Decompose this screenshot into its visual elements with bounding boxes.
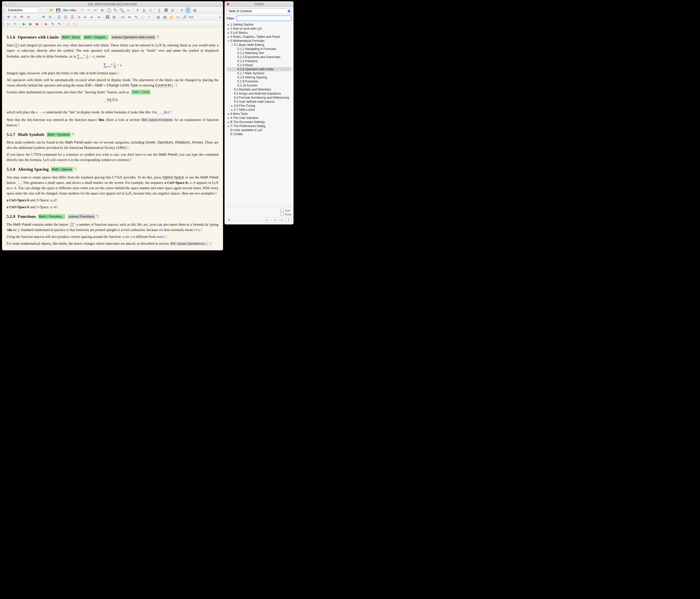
toc-item[interactable]: 5.5 User defined math macros	[227, 100, 292, 104]
vc-register-icon[interactable]: ▷	[6, 21, 11, 27]
toc-item[interactable]: ▶3 LyX Basics	[227, 31, 292, 35]
indent-less-icon[interactable]: ⇤	[83, 14, 88, 20]
spellcheck-cont-icon[interactable]: Abc	[71, 7, 76, 13]
toc-item[interactable]: E Credits	[227, 132, 292, 136]
note-icon[interactable]: ▨	[169, 14, 174, 20]
refresh-other-icon[interactable]: ⟳	[47, 14, 53, 20]
refresh-icon[interactable]: ⟳	[12, 14, 18, 20]
outline-titlebar[interactable]: Outline	[225, 1, 294, 7]
toc-item[interactable]: 5.1.10 Accents	[227, 83, 292, 88]
document-area[interactable]: 5.1.6Operators with Limits Math ! Sums M…	[2, 27, 223, 250]
disclosure-closed-icon[interactable]: ▶	[231, 109, 234, 111]
cross-ref[interactable]: Ref: subsec:Functions	[141, 118, 173, 122]
index-icon[interactable]: ⬚	[140, 14, 146, 20]
toc-item[interactable]: 5.1.8 Altering Spacing	[227, 75, 292, 79]
undo-icon[interactable]: ↶	[80, 7, 85, 13]
toc-item[interactable]: ▶2 How to work with LyX	[227, 27, 292, 31]
toolbar-overflow-icon[interactable]: »	[218, 15, 222, 19]
toc-item[interactable]: 5.2 Brackets and Delimiters	[227, 88, 292, 92]
toc-type-combo[interactable]: Table of Contents	[227, 8, 292, 14]
index-badge[interactable]: Math ! Limits	[131, 90, 151, 95]
toc-item[interactable]: ▼5 Mathematical Formulas	[227, 39, 292, 43]
disclosure-closed-icon[interactable]: ▶	[227, 117, 230, 119]
changes-merge-icon[interactable]: ▶	[43, 21, 49, 27]
toc-item[interactable]: ▶1 Getting Started	[227, 23, 292, 27]
disclosure-closed-icon[interactable]: ▶	[227, 27, 230, 30]
open-icon[interactable]: 📂	[49, 7, 54, 13]
toc-item[interactable]: ▶5.6 Fine-Tuning	[227, 104, 292, 108]
insert-tbl-icon[interactable]: ⊞	[111, 14, 117, 20]
toc-item[interactable]: 5.1.4 Fractions	[227, 59, 292, 63]
view-other-icon[interactable]: 👁	[41, 14, 46, 20]
indent-icon[interactable]: ⇥	[96, 14, 101, 20]
outline-refresh-icon[interactable]: ⟳	[227, 217, 232, 223]
toc-tree[interactable]: ▶1 Getting Started▶2 How to work with Ly…	[227, 23, 292, 204]
zoom-button[interactable]	[235, 3, 238, 5]
toc-item[interactable]: 5.1.7 Math Symbols	[227, 71, 292, 75]
disclosure-closed-icon[interactable]: ▶	[227, 23, 230, 26]
box-icon[interactable]: ▭	[175, 14, 181, 20]
label-badge[interactable]: subsec:Operators-with-Limits	[111, 35, 156, 40]
spellcheck-icon[interactable]: Abc✓	[64, 7, 70, 13]
filter-input[interactable]	[236, 16, 292, 21]
marginnote-icon[interactable]: ▤	[162, 14, 168, 20]
formula-inline[interactable]: ∑n=0∞ 1n! = e	[77, 54, 94, 58]
footnote-icon[interactable]: ▤	[155, 14, 161, 20]
index-badge[interactable]: Math ! Spaces	[51, 167, 74, 172]
toc-item[interactable]: 5.1.5 Roots	[227, 63, 292, 67]
disclosure-closed-icon[interactable]: ▶	[227, 113, 230, 115]
outline-movedown-icon[interactable]: ⇓	[279, 217, 284, 223]
toc-item[interactable]: 5.3 Arrays and Multi-line Equations	[227, 92, 292, 96]
vc-checkin-icon[interactable]: ✎	[12, 21, 18, 27]
noun-icon[interactable]: A	[141, 7, 147, 13]
label-badge[interactable]: subsec:Functions	[68, 214, 96, 219]
env-combo[interactable]: Subsection	[6, 8, 39, 13]
table-toolbar-icon[interactable]: ▦	[192, 7, 197, 13]
math-sum-icon[interactable]: ∑	[157, 7, 162, 13]
func-button-icon[interactable]: exptan	[69, 222, 76, 227]
note-next-icon[interactable]: ▨	[72, 21, 78, 27]
toc-item[interactable]: ▶4 Notes, Graphics, Tables and Floats	[227, 35, 292, 39]
zoom-button[interactable]	[13, 3, 16, 5]
minimize-button[interactable]	[8, 3, 11, 5]
cut-icon[interactable]: ✂	[93, 7, 98, 13]
url-icon[interactable]: 🔗	[182, 14, 187, 20]
view-icon[interactable]: 👁	[6, 14, 11, 20]
formula-display[interactable]: ∑n=0∞ 1n! = e	[7, 62, 219, 69]
emph-icon[interactable]: A	[134, 7, 140, 13]
space-button-icon[interactable]: ⊔	[17, 181, 21, 185]
formula-display[interactable]: lim f(x), x → ∞	[7, 97, 219, 107]
changes-accept-icon[interactable]: ✎	[50, 21, 55, 27]
toc-item[interactable]: 5.1.9 Functions	[227, 79, 292, 83]
disclosure-closed-icon[interactable]: ▶	[227, 35, 230, 38]
list-desc-icon[interactable]: ☰	[70, 14, 75, 20]
changes-output-icon[interactable]: ▶	[28, 21, 33, 27]
toc-item[interactable]: ▶B The Document Settings	[227, 120, 292, 124]
outline-demote-icon[interactable]: ⇥	[272, 217, 277, 223]
indent-more-icon[interactable]: ⇥	[76, 14, 82, 20]
insert-table-icon[interactable]: ⊞	[170, 7, 175, 13]
toc-item[interactable]: ▶C The Preferences Dialog	[227, 124, 292, 128]
search-icon[interactable]: 🔍	[119, 7, 125, 13]
disclosure-closed-icon[interactable]: ▶	[227, 121, 230, 123]
outline-promote-icon[interactable]: ⇤	[265, 217, 270, 223]
list-num-icon[interactable]: ☰	[63, 14, 69, 20]
index-badge[interactable]: Math ! Integral...	[83, 35, 108, 40]
outline-moveup-icon[interactable]: ⇑	[286, 217, 292, 223]
changes-next-icon[interactable]: ▶	[34, 21, 40, 27]
disclosure-open-icon[interactable]: ▼	[227, 40, 230, 42]
tex-icon[interactable]: TᴇX	[188, 14, 194, 20]
copy-icon[interactable]: ⧉	[99, 7, 105, 13]
nav-back-icon[interactable]: ⇐	[126, 7, 131, 13]
insert-fig-icon[interactable]: 🖼	[105, 14, 110, 20]
note-yellow-icon[interactable]: ▨	[66, 21, 71, 27]
textstyle-icon[interactable]: A	[148, 7, 153, 13]
disclosure-open-icon[interactable]: ▼	[231, 44, 234, 46]
paste-icon[interactable]: 📋	[106, 7, 111, 13]
toc-item[interactable]: ▶A The User Interface	[227, 116, 292, 120]
redo-icon[interactable]: ↷	[86, 7, 92, 13]
toc-item[interactable]: 5.1.6 Operators with Limits	[227, 67, 292, 71]
citation-icon[interactable]: ✎	[133, 14, 139, 20]
save-icon[interactable]: 💾	[55, 7, 61, 13]
view-master-icon[interactable]: 👁	[19, 14, 25, 20]
